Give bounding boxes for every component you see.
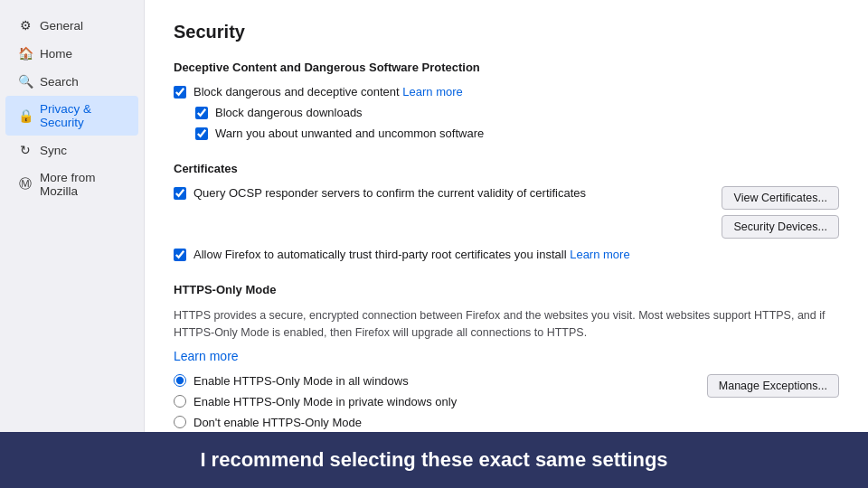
radio-enable-private: Enable HTTPS-Only Mode in private window… xyxy=(174,395,700,408)
block-dangerous-learn-more[interactable]: Learn more xyxy=(402,85,462,99)
main-layout: ⚙ General 🏠 Home 🔍 Search 🔒 Privacy & Se… xyxy=(0,0,868,432)
https-learn-more[interactable]: Learn more xyxy=(174,349,839,363)
checkbox-trust-input[interactable] xyxy=(174,249,186,261)
certificates-section-title: Certificates xyxy=(174,162,839,175)
checkbox-block-dangerous-label: Block dangerous and deceptive content Le… xyxy=(193,85,463,99)
mozilla-icon: Ⓜ xyxy=(18,177,33,192)
content-area: Security Deceptive Content and Dangerous… xyxy=(145,0,868,432)
sync-icon: ↻ xyxy=(18,143,33,157)
deceptive-section: Deceptive Content and Dangerous Software… xyxy=(174,61,839,140)
checkbox-block-downloads-input[interactable] xyxy=(195,107,208,119)
security-devices-button[interactable]: Security Devices... xyxy=(722,215,839,239)
sidebar-item-label: More from Mozilla xyxy=(40,171,126,198)
radio-disable-label: Don't enable HTTPS-Only Mode xyxy=(193,416,362,429)
checkbox-warn-unwanted-input[interactable] xyxy=(195,127,208,140)
checkbox-trust-label: Allow Firefox to automatically trust thi… xyxy=(193,248,630,261)
lock-icon: 🔒 xyxy=(18,108,33,123)
sidebar-item-home[interactable]: 🏠 Home xyxy=(5,40,138,67)
radio-enable-all: Enable HTTPS-Only Mode in all windows xyxy=(174,374,700,388)
sidebar: ⚙ General 🏠 Home 🔍 Search 🔒 Privacy & Se… xyxy=(0,0,145,432)
sidebar-item-label: Privacy & Security xyxy=(40,102,126,129)
checkbox-ocsp-input[interactable] xyxy=(174,187,186,200)
page-title: Security xyxy=(174,22,839,42)
home-icon: 🏠 xyxy=(18,46,33,61)
sidebar-item-search[interactable]: 🔍 Search xyxy=(5,68,138,95)
sidebar-item-label: Sync xyxy=(40,144,67,157)
sidebar-item-label: Search xyxy=(40,75,79,89)
checkbox-ocsp-label: Query OCSP responder servers to confirm … xyxy=(193,186,586,200)
checkbox-block-downloads-label: Block dangerous downloads xyxy=(215,106,363,119)
deceptive-section-title: Deceptive Content and Dangerous Software… xyxy=(174,61,839,74)
manage-exceptions-wrapper: Manage Exceptions... xyxy=(707,374,839,398)
sidebar-item-mozilla[interactable]: Ⓜ More from Mozilla xyxy=(5,164,138,204)
radio-disable-input[interactable] xyxy=(174,416,186,428)
checkbox-warn-unwanted-label: Warn you about unwanted and uncommon sof… xyxy=(215,127,484,140)
radio-enable-private-label: Enable HTTPS-Only Mode in private window… xyxy=(193,395,457,408)
sidebar-item-label: General xyxy=(40,19,83,33)
gear-icon: ⚙ xyxy=(18,18,33,33)
radio-disable: Don't enable HTTPS-Only Mode xyxy=(174,416,700,429)
checkbox-block-dangerous-input[interactable] xyxy=(174,86,186,99)
checkbox-block-dangerous: Block dangerous and deceptive content Le… xyxy=(174,85,839,99)
sidebar-item-privacy[interactable]: 🔒 Privacy & Security xyxy=(5,96,138,136)
checkbox-warn-unwanted: Warn you about unwanted and uncommon sof… xyxy=(195,127,839,140)
search-icon: 🔍 xyxy=(18,74,33,89)
https-section-title: HTTPS-Only Mode xyxy=(174,283,839,296)
sidebar-item-sync[interactable]: ↻ Sync xyxy=(5,136,138,164)
https-description: HTTPS provides a secure, encrypted conne… xyxy=(174,307,839,342)
checkbox-trust: Allow Firefox to automatically trust thi… xyxy=(174,248,839,261)
trust-learn-more[interactable]: Learn more xyxy=(570,248,629,261)
certificates-section: Certificates Query OCSP responder server… xyxy=(174,162,839,261)
radio-enable-all-input[interactable] xyxy=(174,374,186,387)
view-certificates-button[interactable]: View Certificates... xyxy=(722,186,839,210)
manage-exceptions-button[interactable]: Manage Exceptions... xyxy=(707,374,839,398)
radio-enable-private-input[interactable] xyxy=(174,395,186,408)
sidebar-item-label: Home xyxy=(40,47,72,61)
https-section: HTTPS-Only Mode HTTPS provides a secure,… xyxy=(174,283,839,432)
sidebar-item-general[interactable]: ⚙ General xyxy=(5,12,138,39)
checkbox-ocsp: Query OCSP responder servers to confirm … xyxy=(174,186,714,200)
cert-buttons: View Certificates... Security Devices... xyxy=(722,186,839,239)
https-radio-group: Enable HTTPS-Only Mode in all windows En… xyxy=(174,374,700,433)
radio-enable-all-label: Enable HTTPS-Only Mode in all windows xyxy=(193,374,409,388)
banner-text: I recommend selecting these exact same s… xyxy=(200,448,667,471)
checkbox-block-downloads: Block dangerous downloads xyxy=(195,106,839,119)
bottom-banner: I recommend selecting these exact same s… xyxy=(0,432,868,488)
